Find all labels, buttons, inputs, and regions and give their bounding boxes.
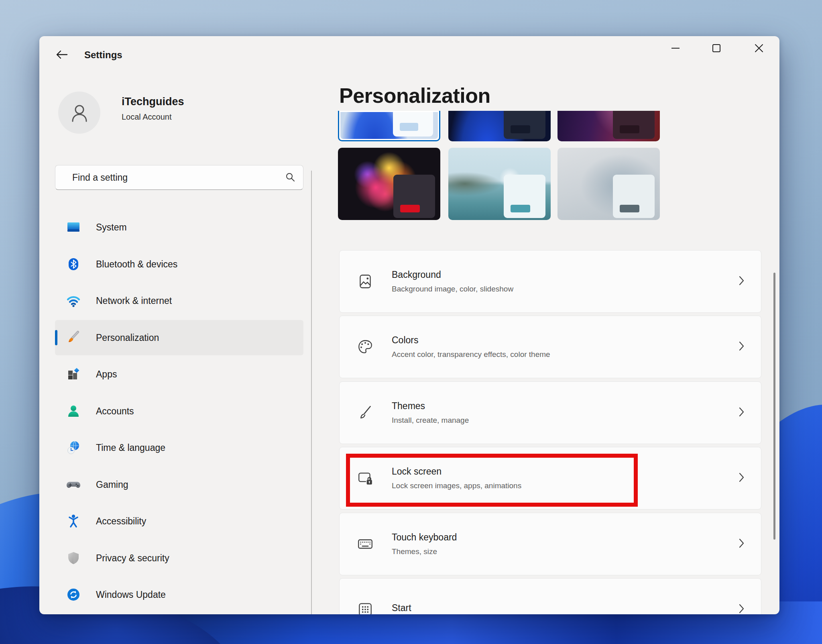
setting-row-subtitle: Install, create, manage (392, 415, 469, 426)
setting-row-subtitle: Background image, color, slideshow (392, 284, 513, 294)
sidebar-item-gaming[interactable]: Gaming (55, 467, 303, 502)
maximize-button[interactable] (708, 40, 725, 56)
theme-mini-window (393, 175, 435, 218)
accounts-icon (65, 403, 81, 419)
theme-thumbnail-dark-flower[interactable] (338, 148, 440, 220)
chevron-right-icon (739, 604, 744, 614)
sidebar-item-label: Privacy & security (96, 553, 169, 564)
search-box (55, 165, 303, 190)
search-icon (285, 172, 295, 184)
sidebar-item-windows-update[interactable]: Windows Update (55, 577, 303, 612)
sidebar-item-label: Bluetooth & devices (96, 259, 177, 270)
system-icon (65, 219, 81, 235)
start-icon (356, 601, 374, 614)
search-input[interactable] (55, 165, 303, 190)
theme-thumbnail-dark-blue[interactable] (448, 111, 551, 141)
setting-row-title: Start (392, 602, 411, 614)
themes-icon (356, 404, 374, 422)
sidebar-item-label: Gaming (96, 479, 128, 490)
back-button[interactable] (54, 47, 70, 62)
apps-icon (65, 366, 81, 382)
sidebar-item-label: Accessibility (96, 516, 146, 527)
setting-row-themes[interactable]: Themes Install, create, manage (339, 381, 761, 444)
colors-icon (356, 338, 374, 356)
time-language-icon (65, 440, 81, 456)
close-icon (754, 43, 764, 53)
setting-row-background[interactable]: Background Background image, color, slid… (339, 250, 761, 313)
sidebar-item-label: Network & internet (96, 296, 172, 306)
sidebar-item-label: Personalization (96, 332, 159, 343)
sidebar-item-label: Time & language (96, 442, 165, 453)
setting-row-title: Themes (392, 400, 469, 412)
sidebar-item-label: Apps (96, 369, 117, 380)
avatar[interactable] (58, 92, 100, 134)
page-title: Personalization (339, 84, 490, 108)
theme-mini-window (613, 175, 655, 218)
maximize-icon (712, 43, 721, 53)
back-arrow-icon (55, 49, 68, 60)
sidebar-item-apps[interactable]: Apps (55, 357, 303, 392)
minimize-button[interactable] (667, 40, 684, 56)
chevron-right-icon (739, 276, 744, 287)
theme-preview-image (557, 111, 660, 141)
theme-thumbnail-gray-flower[interactable] (557, 148, 660, 220)
sidebar-item-system[interactable]: System (55, 210, 303, 245)
theme-preview-image (340, 112, 438, 139)
setting-row-title: Background (392, 269, 513, 281)
accessibility-icon (65, 513, 81, 529)
sidebar-item-accounts[interactable]: Accounts (55, 393, 303, 429)
setting-row-title: Lock screen (392, 465, 521, 477)
setting-row-subtitle: Accent color, transparency effects, colo… (392, 349, 550, 360)
chevron-right-icon (739, 473, 744, 484)
network-icon (65, 293, 81, 309)
sidebar-item-label: Accounts (96, 406, 134, 417)
setting-row-title: Colors (392, 334, 550, 346)
setting-row-subtitle: Themes, size (392, 546, 457, 557)
setting-row-lock-screen[interactable]: Lock screen Lock screen images, apps, an… (339, 447, 761, 509)
account-type: Local Account (122, 112, 172, 122)
sidebar-item-personalization[interactable]: Personalization (55, 320, 303, 355)
sidebar-item-network-internet[interactable]: Network & internet (55, 283, 303, 318)
minimize-icon (671, 43, 680, 53)
chevron-right-icon (739, 341, 744, 353)
close-button[interactable] (750, 40, 768, 56)
sidebar-divider (311, 171, 312, 614)
background-icon (356, 273, 374, 290)
gaming-icon (65, 477, 81, 493)
touch-keyboard-icon (356, 535, 374, 553)
selected-indicator (55, 330, 57, 345)
setting-row-subtitle: Lock screen images, apps, animations (392, 481, 521, 491)
theme-preview-image (448, 111, 551, 141)
setting-row-title: Touch keyboard (392, 531, 457, 543)
theme-thumbnail-light-selected[interactable] (338, 111, 440, 141)
sidebar-item-accessibility[interactable]: Accessibility (55, 503, 303, 539)
personalization-icon (65, 330, 81, 346)
setting-row-start[interactable]: Start (339, 578, 761, 614)
sidebar-item-label: Windows Update (96, 589, 166, 600)
privacy-security-icon (65, 550, 81, 566)
setting-row-colors[interactable]: Colors Accent color, transparency effect… (339, 316, 761, 378)
theme-accent-swatch (511, 205, 530, 212)
windows-update-icon (65, 587, 81, 603)
sidebar-item-time-language[interactable]: Time & language (55, 430, 303, 465)
settings-window: Settings iTechguides Local Account (39, 36, 779, 614)
lock-screen-icon (356, 469, 374, 487)
chevron-right-icon (739, 538, 744, 550)
theme-accent-swatch (400, 205, 419, 212)
theme-accent-swatch (620, 205, 639, 212)
vertical-scrollbar[interactable] (773, 273, 775, 540)
window-title: Settings (84, 50, 122, 60)
chevron-right-icon (739, 407, 744, 418)
bluetooth-icon (65, 256, 81, 272)
sidebar-item-privacy-security[interactable]: Privacy & security (55, 540, 303, 576)
person-icon (68, 102, 91, 124)
theme-thumbnail-purple-red[interactable] (557, 111, 660, 141)
theme-mini-window (504, 175, 546, 218)
theme-thumbnail-beach[interactable] (448, 148, 551, 220)
setting-row-touch-keyboard[interactable]: Touch keyboard Themes, size (339, 513, 761, 575)
account-name: iTechguides (122, 96, 184, 108)
sidebar-item-label: System (96, 222, 127, 233)
sidebar-item-bluetooth-devices[interactable]: Bluetooth & devices (55, 247, 303, 282)
